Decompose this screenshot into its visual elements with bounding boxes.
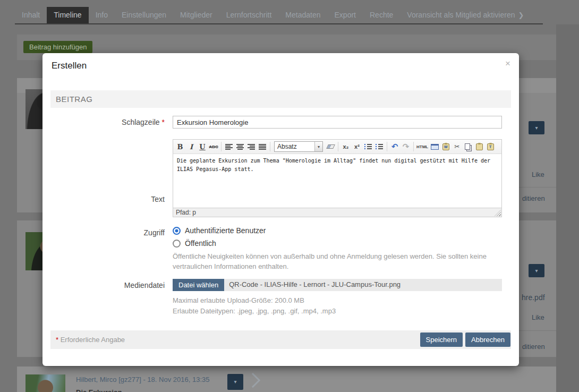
access-option-authenticated[interactable]: Authentifizierte Benutzer — [173, 226, 266, 235]
toolbar-separator — [270, 142, 270, 151]
right-gutter — [556, 24, 579, 392]
tab-info[interactable]: Info — [89, 7, 115, 23]
ilias-timeline-page: Inhalt Timeline Info Einstellungen Mitgl… — [0, 0, 579, 392]
modal-footer: * Erforderliche Angabe Speichern Abbrech… — [50, 330, 511, 349]
post-text-partial: Die Exkursion — [76, 388, 122, 392]
paste-as-text-icon[interactable]: T — [486, 141, 495, 152]
html-source-icon[interactable]: HTML — [416, 141, 428, 152]
rich-text-editor: B I U ABC Absatz ▾ x₂ x² — [173, 139, 502, 217]
fullscreen-glyph — [431, 144, 439, 150]
create-post-modal: Erstellen × BEITRAG Schlagzeile * Text B… — [42, 53, 519, 366]
radio-unselected-icon[interactable] — [173, 240, 181, 248]
required-asterisk: * — [56, 336, 58, 344]
required-asterisk: * — [162, 118, 165, 126]
undo-icon[interactable]: ↶ — [390, 141, 399, 152]
editor-toolbar: B I U ABC Absatz ▾ x₂ x² — [173, 140, 501, 154]
editor-path: Pfad: p — [176, 209, 196, 216]
post-author-link[interactable]: Hilbert, Mirco [gz277] - 18. Nov 2016, 1… — [76, 376, 209, 384]
bold-icon[interactable]: B — [175, 141, 185, 152]
toolbar-separator — [338, 142, 338, 151]
tab-inhalt[interactable]: Inhalt — [15, 7, 47, 23]
align-center-glyph — [236, 144, 244, 150]
resize-grip-icon[interactable] — [495, 210, 501, 216]
selected-filename: QR-Code - ILIAS-Hilfe - Lernort - JLU-Ca… — [224, 279, 502, 291]
tab-einstellungen[interactable]: Einstellungen — [115, 7, 173, 23]
underline-icon[interactable]: U — [198, 141, 207, 152]
close-icon[interactable]: × — [505, 58, 510, 69]
copy-glyph — [465, 143, 470, 150]
tab-member-preview[interactable]: Voransicht als Mitglied aktivieren❯ — [400, 7, 531, 23]
choose-file-button[interactable]: Datei wählen — [173, 279, 224, 291]
like-link[interactable]: Like — [532, 171, 544, 178]
fullscreen-icon[interactable] — [430, 141, 439, 152]
align-justify-icon[interactable] — [258, 141, 267, 152]
attachment-filename-partial[interactable]: hre.pdf — [522, 293, 545, 302]
subscript-icon[interactable]: x₂ — [341, 141, 351, 152]
media-file-input: Datei wählen QR-Code - ILIAS-Hilfe - Ler… — [173, 279, 502, 291]
tab-lernfortschritt[interactable]: Lernfortschritt — [219, 7, 279, 23]
toolbar-separator — [221, 142, 222, 151]
add-post-button[interactable]: Beitrag hinzufügen — [23, 41, 92, 53]
tab-export[interactable]: Export — [328, 7, 363, 23]
required-note-text: Erforderliche Angabe — [61, 336, 125, 344]
caret-down-icon: ▾ — [314, 142, 322, 151]
radio-label: Authentifizierte Benutzer — [185, 226, 266, 235]
required-note: * Erforderliche Angabe — [50, 336, 418, 344]
radio-selected-icon[interactable] — [173, 227, 181, 235]
edit-link-partial[interactable]: ditieren — [522, 194, 545, 202]
redo-icon[interactable]: ↷ — [401, 141, 411, 152]
tab-rechte[interactable]: Rechte — [363, 7, 400, 23]
save-button[interactable]: Speichern — [420, 333, 463, 347]
italic-icon[interactable]: I — [186, 141, 196, 152]
cut-icon[interactable]: ✂ — [452, 141, 462, 152]
media-label: Mediendatei — [50, 281, 165, 289]
filetypes-hint: Erlaubte Dateitypen: .jpeg, .jpg, .png, … — [173, 306, 496, 316]
clipboard-text-glyph: T — [487, 143, 494, 150]
align-left-icon[interactable] — [224, 141, 234, 152]
paragraph-format-select[interactable]: Absatz ▾ — [274, 141, 323, 152]
headline-input[interactable] — [173, 116, 502, 129]
align-justify-glyph — [259, 144, 266, 150]
paste-icon[interactable] — [474, 141, 484, 152]
tab-bar: Inhalt Timeline Info Einstellungen Mitgl… — [15, 8, 543, 24]
post-actions-dropdown[interactable]: ▾ — [529, 264, 544, 277]
modal-title: Erstellen — [52, 61, 87, 71]
chevron-right-icon: ❯ — [518, 11, 524, 19]
align-right-glyph — [248, 144, 255, 150]
align-center-icon[interactable] — [235, 141, 245, 152]
access-label: Zugriff — [50, 228, 165, 237]
copy-icon[interactable] — [463, 141, 473, 152]
tab-metadaten[interactable]: Metadaten — [278, 7, 327, 23]
access-hint: Öffentliche Neuigkeiten können von außer… — [173, 251, 496, 271]
headline-label: Schlagzeile * — [50, 118, 165, 126]
radio-label: Öffentlich — [185, 239, 216, 248]
headline-label-text: Schlagzeile — [122, 118, 160, 126]
tab-mitglieder[interactable]: Mitglieder — [173, 7, 219, 23]
align-left-glyph — [225, 144, 233, 150]
strikethrough-icon[interactable]: ABC — [209, 141, 218, 152]
like-link[interactable]: Like — [532, 313, 544, 321]
eraser-glyph — [326, 144, 335, 149]
cancel-button[interactable]: Abbrechen — [465, 333, 510, 347]
remove-format-icon[interactable] — [326, 141, 335, 152]
bullet-list-glyph — [364, 144, 372, 150]
numbered-list-icon[interactable] — [374, 141, 384, 152]
format-select-value: Absatz — [275, 143, 314, 150]
avatar — [25, 374, 65, 392]
paste-from-word-icon[interactable]: W — [441, 141, 450, 152]
editor-status-bar: Pfad: p — [173, 208, 501, 217]
post-actions-dropdown[interactable]: ▾ — [529, 121, 544, 134]
caret-down-icon: ▾ — [535, 125, 538, 131]
post-actions-dropdown[interactable]: ▾ — [227, 374, 243, 390]
caret-down-icon: ▾ — [535, 268, 538, 274]
bullet-list-icon[interactable] — [363, 141, 373, 152]
edit-link-partial[interactable]: ditieren — [522, 343, 545, 351]
superscript-icon[interactable]: x² — [352, 141, 362, 152]
access-option-public[interactable]: Öffentlich — [173, 239, 216, 248]
editor-content-area[interactable]: Die geplante Exkursion zum Thema "Homero… — [173, 154, 501, 208]
clipboard-glyph — [476, 143, 483, 150]
numbered-list-glyph — [376, 144, 383, 150]
align-right-icon[interactable] — [246, 141, 256, 152]
tab-timeline[interactable]: Timeline — [47, 7, 88, 23]
clipboard-word-glyph: W — [442, 143, 449, 150]
